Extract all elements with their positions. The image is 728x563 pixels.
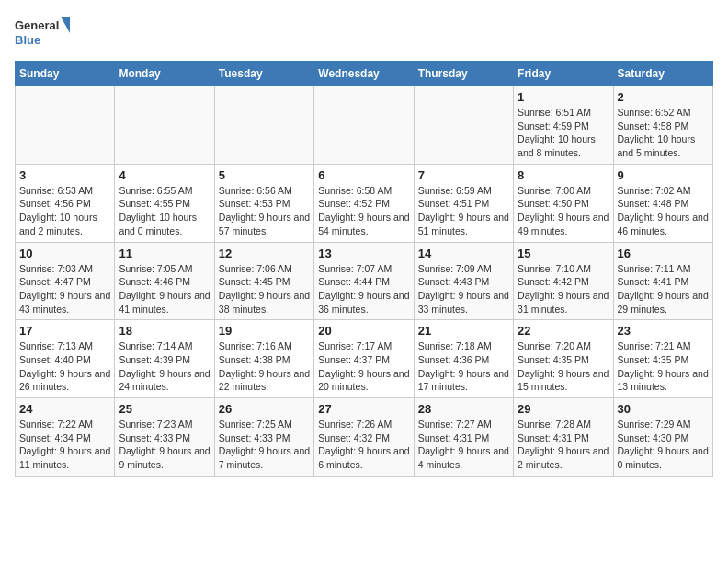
weekday-header-friday: Friday [514, 62, 613, 86]
calendar-week-0: 1Sunrise: 6:51 AM Sunset: 4:59 PM Daylig… [16, 86, 713, 165]
calendar-week-1: 3Sunrise: 6:53 AM Sunset: 4:56 PM Daylig… [16, 164, 713, 242]
calendar-cell: 13Sunrise: 7:07 AM Sunset: 4:44 PM Dayli… [314, 242, 414, 320]
calendar-cell [414, 86, 513, 165]
day-number: 30 [618, 402, 709, 416]
calendar-cell: 18Sunrise: 7:14 AM Sunset: 4:39 PM Dayli… [115, 320, 214, 398]
day-info: Sunrise: 7:07 AM Sunset: 4:44 PM Dayligh… [318, 262, 409, 316]
day-number: 13 [318, 247, 409, 260]
day-info: Sunrise: 6:52 AM Sunset: 4:58 PM Dayligh… [618, 106, 709, 160]
svg-text:General: General [15, 18, 59, 32]
weekday-header-saturday: Saturday [613, 62, 712, 86]
calendar-cell: 12Sunrise: 7:06 AM Sunset: 4:45 PM Dayli… [214, 242, 313, 320]
day-info: Sunrise: 7:02 AM Sunset: 4:48 PM Dayligh… [618, 184, 709, 238]
calendar-cell: 25Sunrise: 7:23 AM Sunset: 4:33 PM Dayli… [115, 398, 214, 477]
day-info: Sunrise: 7:10 AM Sunset: 4:42 PM Dayligh… [518, 262, 609, 316]
weekday-header-monday: Monday [115, 62, 214, 86]
page-header: General Blue [15, 15, 713, 50]
day-number: 1 [518, 90, 609, 104]
day-number: 26 [219, 402, 310, 416]
day-number: 29 [518, 402, 609, 416]
logo: General Blue [15, 15, 70, 50]
calendar-cell [115, 86, 214, 165]
day-info: Sunrise: 6:59 AM Sunset: 4:51 PM Dayligh… [418, 184, 509, 238]
calendar-cell: 14Sunrise: 7:09 AM Sunset: 4:43 PM Dayli… [414, 242, 513, 320]
day-info: Sunrise: 7:27 AM Sunset: 4:31 PM Dayligh… [418, 418, 509, 472]
day-info: Sunrise: 6:51 AM Sunset: 4:59 PM Dayligh… [518, 106, 609, 160]
day-info: Sunrise: 7:05 AM Sunset: 4:46 PM Dayligh… [119, 262, 210, 316]
calendar-cell: 20Sunrise: 7:17 AM Sunset: 4:37 PM Dayli… [314, 320, 414, 398]
day-info: Sunrise: 7:16 AM Sunset: 4:38 PM Dayligh… [219, 339, 310, 394]
day-number: 15 [518, 247, 609, 260]
calendar-cell: 22Sunrise: 7:20 AM Sunset: 4:35 PM Dayli… [514, 320, 613, 398]
weekday-header-wednesday: Wednesday [314, 62, 414, 86]
day-info: Sunrise: 7:13 AM Sunset: 4:40 PM Dayligh… [19, 339, 110, 394]
calendar-cell [214, 86, 313, 165]
calendar-cell: 11Sunrise: 7:05 AM Sunset: 4:46 PM Dayli… [115, 242, 214, 320]
day-info: Sunrise: 7:17 AM Sunset: 4:37 PM Dayligh… [318, 339, 409, 394]
day-number: 20 [318, 324, 409, 338]
calendar-cell: 19Sunrise: 7:16 AM Sunset: 4:38 PM Dayli… [214, 320, 313, 398]
day-number: 23 [618, 324, 709, 338]
calendar-cell: 3Sunrise: 6:53 AM Sunset: 4:56 PM Daylig… [16, 164, 115, 242]
day-number: 16 [618, 247, 709, 260]
calendar-cell: 23Sunrise: 7:21 AM Sunset: 4:35 PM Dayli… [613, 320, 712, 398]
day-info: Sunrise: 7:00 AM Sunset: 4:50 PM Dayligh… [518, 184, 609, 238]
calendar-cell [16, 86, 115, 165]
day-info: Sunrise: 6:53 AM Sunset: 4:56 PM Dayligh… [19, 184, 110, 238]
svg-text:Blue: Blue [15, 33, 40, 47]
day-number: 24 [19, 402, 110, 416]
day-info: Sunrise: 6:58 AM Sunset: 4:52 PM Dayligh… [318, 184, 409, 238]
day-number: 25 [119, 402, 210, 416]
day-info: Sunrise: 7:14 AM Sunset: 4:39 PM Dayligh… [119, 339, 210, 394]
day-number: 3 [19, 168, 110, 182]
calendar-header-row: SundayMondayTuesdayWednesdayThursdayFrid… [16, 62, 713, 86]
calendar-cell: 30Sunrise: 7:29 AM Sunset: 4:30 PM Dayli… [613, 398, 712, 477]
day-info: Sunrise: 6:56 AM Sunset: 4:53 PM Dayligh… [219, 184, 310, 238]
day-info: Sunrise: 7:20 AM Sunset: 4:35 PM Dayligh… [518, 339, 609, 394]
calendar-cell: 27Sunrise: 7:26 AM Sunset: 4:32 PM Dayli… [314, 398, 414, 477]
calendar-cell: 6Sunrise: 6:58 AM Sunset: 4:52 PM Daylig… [314, 164, 414, 242]
day-number: 18 [119, 324, 210, 338]
calendar-cell: 21Sunrise: 7:18 AM Sunset: 4:36 PM Dayli… [414, 320, 513, 398]
weekday-header-tuesday: Tuesday [214, 62, 313, 86]
calendar-cell: 16Sunrise: 7:11 AM Sunset: 4:41 PM Dayli… [613, 242, 712, 320]
calendar-cell [314, 86, 414, 165]
calendar-cell: 15Sunrise: 7:10 AM Sunset: 4:42 PM Dayli… [514, 242, 613, 320]
day-number: 19 [219, 324, 310, 338]
day-number: 14 [418, 247, 509, 260]
day-info: Sunrise: 7:06 AM Sunset: 4:45 PM Dayligh… [219, 262, 310, 316]
weekday-header-sunday: Sunday [16, 62, 115, 86]
day-number: 5 [219, 168, 310, 182]
day-info: Sunrise: 6:55 AM Sunset: 4:55 PM Dayligh… [119, 184, 210, 238]
calendar-cell: 10Sunrise: 7:03 AM Sunset: 4:47 PM Dayli… [16, 242, 115, 320]
weekday-header-thursday: Thursday [414, 62, 513, 86]
day-number: 12 [219, 247, 310, 260]
calendar-table: SundayMondayTuesdayWednesdayThursdayFrid… [15, 61, 713, 477]
calendar-cell: 5Sunrise: 6:56 AM Sunset: 4:53 PM Daylig… [214, 164, 313, 242]
day-info: Sunrise: 7:23 AM Sunset: 4:33 PM Dayligh… [119, 418, 210, 472]
calendar-cell: 7Sunrise: 6:59 AM Sunset: 4:51 PM Daylig… [414, 164, 513, 242]
day-info: Sunrise: 7:09 AM Sunset: 4:43 PM Dayligh… [418, 262, 509, 316]
day-info: Sunrise: 7:03 AM Sunset: 4:47 PM Dayligh… [19, 262, 110, 316]
calendar-cell: 9Sunrise: 7:02 AM Sunset: 4:48 PM Daylig… [613, 164, 712, 242]
logo-svg: General Blue [15, 15, 70, 50]
day-info: Sunrise: 7:11 AM Sunset: 4:41 PM Dayligh… [618, 262, 709, 316]
calendar-cell: 4Sunrise: 6:55 AM Sunset: 4:55 PM Daylig… [115, 164, 214, 242]
calendar-cell: 28Sunrise: 7:27 AM Sunset: 4:31 PM Dayli… [414, 398, 513, 477]
calendar-week-4: 24Sunrise: 7:22 AM Sunset: 4:34 PM Dayli… [16, 398, 713, 477]
day-number: 4 [119, 168, 210, 182]
calendar-cell: 26Sunrise: 7:25 AM Sunset: 4:33 PM Dayli… [214, 398, 313, 477]
calendar-cell: 24Sunrise: 7:22 AM Sunset: 4:34 PM Dayli… [16, 398, 115, 477]
day-info: Sunrise: 7:22 AM Sunset: 4:34 PM Dayligh… [19, 418, 110, 472]
calendar-cell: 2Sunrise: 6:52 AM Sunset: 4:58 PM Daylig… [613, 86, 712, 165]
day-number: 22 [518, 324, 609, 338]
day-number: 17 [19, 324, 110, 338]
calendar-cell: 1Sunrise: 6:51 AM Sunset: 4:59 PM Daylig… [514, 86, 613, 165]
day-info: Sunrise: 7:18 AM Sunset: 4:36 PM Dayligh… [418, 339, 509, 394]
day-info: Sunrise: 7:25 AM Sunset: 4:33 PM Dayligh… [219, 418, 310, 472]
day-number: 7 [418, 168, 509, 182]
calendar-week-3: 17Sunrise: 7:13 AM Sunset: 4:40 PM Dayli… [16, 320, 713, 398]
day-number: 8 [518, 168, 609, 182]
day-number: 2 [618, 90, 709, 104]
day-number: 28 [418, 402, 509, 416]
